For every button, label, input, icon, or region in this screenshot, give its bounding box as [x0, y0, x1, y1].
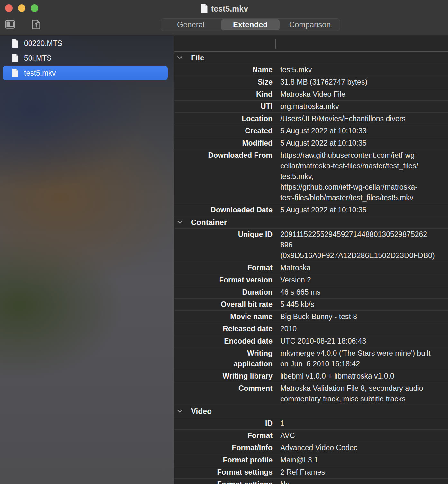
titlebar: test5.mkv: [0, 0, 448, 36]
section-title: Container: [191, 218, 227, 227]
file-list: 00220.MTS50i.MTStest5.mkv: [0, 36, 174, 80]
table-row[interactable]: CommentMatroska Validation File 8, secon…: [174, 382, 448, 405]
row-value: /Users/JLB/Movies/Echantillons divers: [280, 113, 448, 124]
row-value: Version 2: [280, 275, 448, 285]
table-row[interactable]: Size31.8 MB (31762747 bytes): [174, 76, 448, 88]
document-icon: [12, 68, 19, 77]
toolbar: GeneralExtendedComparison: [0, 18, 448, 31]
sidebar-toggle-icon: [5, 25, 15, 30]
title-row: test5.mkv: [0, 2, 448, 15]
row-value: Matroska Video File: [280, 89, 448, 100]
row-label: Format settings: [174, 467, 273, 478]
row-label: Overall bit rate: [174, 299, 273, 310]
sections-container: FileNametest5.mkvSize31.8 MB (31762747 b…: [174, 52, 448, 484]
row-value: AVC: [280, 430, 448, 441]
row-label: Format/Info: [174, 443, 273, 453]
row-value: 46 s 665 ms: [280, 287, 448, 298]
table-row[interactable]: Movie nameBig Buck Bunny - test 8: [174, 311, 448, 323]
table-row[interactable]: Released date2010: [174, 323, 448, 335]
tab-general[interactable]: General: [162, 19, 220, 30]
table-row[interactable]: Format profileMain@L3.1: [174, 454, 448, 466]
row-value: 5 August 2022 at 10:10:35: [280, 138, 448, 148]
row-value: libebml v1.0.0 + libmatroska v1.0.0: [280, 371, 448, 381]
table-row[interactable]: FormatAVC: [174, 430, 448, 442]
export-icon: [32, 26, 40, 31]
row-value: No: [280, 479, 448, 484]
table-row[interactable]: Unique ID2091115225529459271448801305298…: [174, 229, 448, 262]
row-label: Format: [174, 430, 273, 441]
chevron-down-icon: [177, 409, 183, 413]
section-header-video[interactable]: Video: [174, 405, 448, 417]
file-name: 50i.MTS: [24, 54, 52, 63]
table-row[interactable]: Format versionVersion 2: [174, 274, 448, 286]
table-row[interactable]: Format settings2 Ref Frames: [174, 466, 448, 479]
row-label: Comment: [174, 383, 273, 394]
document-icon: [12, 39, 19, 48]
window-title: test5.mkv: [211, 4, 248, 13]
row-label: Location: [174, 113, 273, 124]
file-item-test5.mkv[interactable]: test5.mkv: [3, 66, 168, 80]
row-value: Matroska: [280, 263, 448, 273]
table-row[interactable]: Format settingsNo: [174, 479, 448, 484]
table-row[interactable]: Duration46 s 665 ms: [174, 286, 448, 299]
table-row[interactable]: Writing applicationmkvmerge v4.0.0 ('The…: [174, 347, 448, 370]
row-label: Unique ID: [174, 229, 273, 240]
app-window: test5.mkv: [0, 0, 448, 484]
export-button[interactable]: [32, 19, 40, 31]
row-label: Movie name: [174, 311, 273, 322]
row-label: Duration: [174, 287, 273, 298]
tab-comparison[interactable]: Comparison: [281, 19, 339, 30]
row-value: Matroska Validation File 8, secondary au…: [280, 383, 448, 404]
row-label: Downloaded Date: [174, 205, 273, 215]
row-label: Encoded date: [174, 336, 273, 346]
row-value: 31.8 MB (31762747 bytes): [280, 77, 448, 87]
row-value: 2 Ref Frames: [280, 467, 448, 478]
tab-extended[interactable]: Extended: [221, 19, 280, 30]
row-value: mkvmerge v4.0.0 ('The Stars were mine') …: [280, 348, 448, 369]
row-label: Kind: [174, 89, 273, 100]
table-row[interactable]: Nametest5.mkv: [174, 64, 448, 76]
section-title: File: [191, 53, 204, 62]
row-value: Big Buck Bunny - test 8: [280, 311, 448, 322]
file-name: test5.mkv: [24, 69, 56, 77]
table-row[interactable]: Downloaded Fromhttps://raw.githubusercon…: [174, 149, 448, 204]
row-value: Advanced Video Codec: [280, 443, 448, 453]
row-label: Created: [174, 126, 273, 136]
row-label: Modified: [174, 138, 273, 148]
table-row[interactable]: KindMatroska Video File: [174, 88, 448, 101]
table-row[interactable]: UTIorg.matroska.mkv: [174, 101, 448, 113]
file-item-50i.mts[interactable]: 50i.MTS: [3, 51, 168, 66]
sidebar: 00220.MTS50i.MTStest5.mkv: [0, 36, 174, 484]
row-value: https://raw.githubusercontent.com/ietf-w…: [280, 150, 448, 203]
table-row[interactable]: Format/InfoAdvanced Video Codec: [174, 442, 448, 454]
row-value: 2010: [280, 324, 448, 334]
section-header-file[interactable]: File: [174, 52, 448, 64]
table-row[interactable]: ID1: [174, 417, 448, 430]
row-label: Writing application: [174, 348, 273, 369]
row-label: Format settings: [174, 479, 273, 484]
toggle-sidebar-button[interactable]: [5, 20, 15, 30]
section-header-container[interactable]: Container: [174, 216, 448, 229]
row-value: Main@L3.1: [280, 455, 448, 465]
row-value: 1: [280, 418, 448, 429]
file-item-00220.mts[interactable]: 00220.MTS: [3, 36, 168, 51]
table-row[interactable]: Encoded dateUTC 2010-08-21 18:06:43: [174, 335, 448, 347]
row-label: Format: [174, 263, 273, 273]
table-row[interactable]: FormatMatroska: [174, 262, 448, 274]
table-row[interactable]: Downloaded Date5 August 2022 at 10:10:35: [174, 204, 448, 216]
table-row[interactable]: Modified5 August 2022 at 10:10:35: [174, 137, 448, 149]
document-icon: [12, 54, 19, 63]
row-label: Format version: [174, 275, 273, 285]
document-icon: [200, 4, 208, 14]
chevron-down-icon: [177, 220, 183, 224]
table-row[interactable]: Writing librarylibebml v1.0.0 + libmatro…: [174, 370, 448, 382]
view-tabs: GeneralExtendedComparison: [161, 18, 340, 31]
table-row[interactable]: Location/Users/JLB/Movies/Echantillons d…: [174, 113, 448, 125]
table-header: [174, 36, 448, 52]
table-row[interactable]: Overall bit rate5 445 kb/s: [174, 299, 448, 311]
details-panel: FileNametest5.mkvSize31.8 MB (31762747 b…: [174, 36, 448, 484]
section-title: Video: [191, 407, 212, 416]
row-label: Name: [174, 65, 273, 75]
table-row[interactable]: Created5 August 2022 at 10:10:33: [174, 125, 448, 137]
main-split: 00220.MTS50i.MTStest5.mkv FileNametest5.…: [0, 36, 448, 484]
